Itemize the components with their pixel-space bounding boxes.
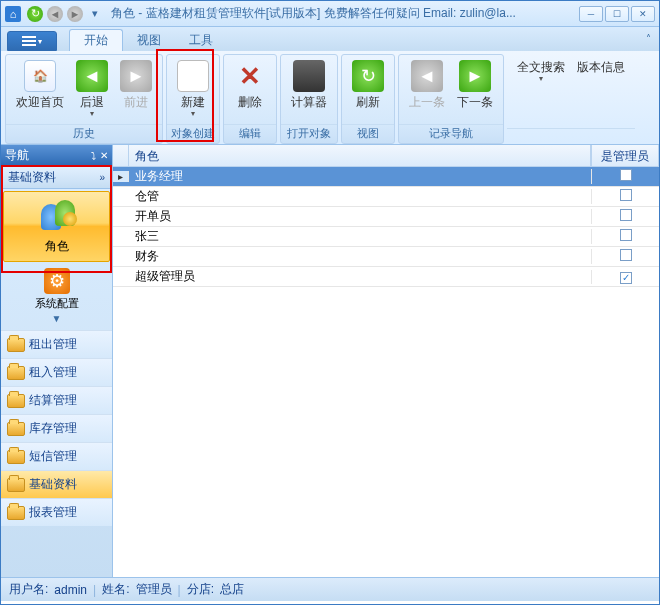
welcome-label: 欢迎首页 — [16, 94, 64, 111]
nav-pin-icon[interactable]: ⤵ — [91, 150, 96, 161]
table-row[interactable]: 开单员 — [113, 207, 659, 227]
grid-body[interactable]: ▸业务经理仓管开单员张三财务超级管理员✓ — [113, 167, 659, 577]
delete-label: 删除 — [238, 94, 262, 111]
nav-category-label: 租入管理 — [29, 364, 77, 381]
ribbon-group-create: 新建▾ 对象创建 — [166, 54, 220, 144]
delete-button[interactable]: ✕删除 — [228, 57, 272, 122]
qat-next-icon[interactable]: ► — [67, 6, 83, 22]
scroll-down-icon[interactable]: ▼ — [1, 313, 112, 324]
checkbox[interactable]: ✓ — [620, 272, 632, 284]
grid-indicator-header — [113, 145, 129, 166]
qat-prev-icon[interactable]: ◄ — [47, 6, 63, 22]
nav-section-label: 基础资料 — [8, 169, 56, 186]
group-create-caption: 对象创建 — [167, 124, 219, 143]
nav-category-item[interactable]: 短信管理 — [1, 442, 112, 470]
cell-role: 仓管 — [129, 188, 591, 205]
nav-category-item[interactable]: 结算管理 — [1, 386, 112, 414]
table-row[interactable]: 超级管理员✓ — [113, 267, 659, 287]
table-row[interactable]: 财务 — [113, 247, 659, 267]
group-history-caption: 历史 — [6, 124, 162, 143]
separator: | — [93, 583, 96, 597]
ribbon-group-fulltext: 全文搜索▾ 版本信息 — [507, 54, 635, 144]
prev-label: 上一条 — [409, 94, 445, 111]
group-edit-caption: 编辑 — [224, 124, 276, 143]
ribbon-group-history: 🏠欢迎首页 ◄后退▾ ►前进 历史 — [5, 54, 163, 144]
status-branch-value: 总店 — [220, 581, 244, 598]
nav-item-role-label: 角色 — [4, 238, 109, 255]
status-user-label: 用户名: — [9, 581, 48, 598]
folder-icon — [7, 338, 25, 352]
fulltext-button[interactable]: 全文搜索▾ — [511, 56, 571, 126]
refresh-icon: ↻ — [352, 60, 384, 92]
checkbox[interactable] — [620, 169, 632, 181]
home-icon[interactable]: ⌂ — [5, 6, 21, 22]
forward-button[interactable]: ►前进 — [114, 57, 158, 122]
ribbon: 🏠欢迎首页 ◄后退▾ ►前进 历史 新建▾ 对象创建 ✕删除 编辑 计算器 打开… — [1, 51, 659, 145]
grid-header: 角色 是管理员 — [113, 145, 659, 167]
maximize-button[interactable]: ☐ — [605, 6, 629, 22]
version-label: 版本信息 — [577, 59, 625, 76]
minimize-button[interactable]: ─ — [579, 6, 603, 22]
welcome-button[interactable]: 🏠欢迎首页 — [10, 57, 70, 122]
table-row[interactable]: 仓管 — [113, 187, 659, 207]
qat-dropdown-icon[interactable]: ▾ — [87, 6, 103, 22]
cell-admin — [591, 229, 659, 244]
cell-admin — [591, 249, 659, 264]
chevron-icon: » — [99, 172, 105, 183]
ribbon-group-recnav: ◄上一条 ►下一条 记录导航 — [398, 54, 504, 144]
tab-tools[interactable]: 工具 — [175, 29, 227, 51]
nav-section-header[interactable]: 基础资料 » — [1, 165, 112, 189]
prev-record-button[interactable]: ◄上一条 — [403, 57, 451, 122]
delete-x-icon: ✕ — [234, 60, 266, 92]
people-icon — [37, 198, 77, 234]
nav-close-icon[interactable]: ✕ — [100, 150, 108, 161]
window-title: 角色 - 蓝格建材租赁管理软件[试用版本] 免费解答任何疑问 Email: zu… — [111, 5, 579, 22]
nav-category-item[interactable]: 库存管理 — [1, 414, 112, 442]
folder-icon — [7, 394, 25, 408]
tab-view-label: 视图 — [137, 32, 161, 49]
checkbox[interactable] — [620, 209, 632, 221]
ribbon-collapse-icon[interactable]: ˄ — [646, 33, 651, 44]
col-role-header[interactable]: 角色 — [129, 145, 591, 166]
nav-item-sysconfig[interactable]: ⚙ 系统配置 ▼ — [1, 264, 112, 328]
chevron-down-icon: ▾ — [539, 74, 543, 83]
version-button[interactable]: 版本信息 — [571, 56, 631, 126]
forward-label: 前进 — [124, 94, 148, 111]
checkbox[interactable] — [620, 189, 632, 201]
nav-category-item[interactable]: 租出管理 — [1, 330, 112, 358]
back-button[interactable]: ◄后退▾ — [70, 57, 114, 122]
nav-panel: 导航 ⤵✕ 基础资料 » 角色 ⚙ 系统配置 ▼ 租出管理租入管理结算管理库存管… — [1, 145, 113, 577]
table-row[interactable]: 张三 — [113, 227, 659, 247]
grid: 角色 是管理员 ▸业务经理仓管开单员张三财务超级管理员✓ — [113, 145, 659, 577]
qat-refresh-icon[interactable]: ↻ — [27, 6, 43, 22]
nav-category-item[interactable]: 报表管理 — [1, 498, 112, 526]
nav-category-item[interactable]: 基础资料 — [1, 470, 112, 498]
status-name-value: 管理员 — [136, 581, 172, 598]
checkbox[interactable] — [620, 249, 632, 261]
nav-category-item[interactable]: 租入管理 — [1, 358, 112, 386]
folder-icon — [7, 506, 25, 520]
group-misc-caption — [507, 128, 635, 144]
nav-category-list: 租出管理租入管理结算管理库存管理短信管理基础资料报表管理 — [1, 330, 112, 526]
table-row[interactable]: ▸业务经理 — [113, 167, 659, 187]
tab-start[interactable]: 开始 — [69, 29, 123, 51]
col-admin-header[interactable]: 是管理员 — [591, 145, 659, 166]
chevron-down-icon: ▾ — [90, 109, 94, 118]
next-record-button[interactable]: ►下一条 — [451, 57, 499, 122]
nav-category-label: 租出管理 — [29, 336, 77, 353]
app-menu-button[interactable]: ▾ — [7, 31, 57, 51]
tab-view[interactable]: 视图 — [123, 29, 175, 51]
statusbar: 用户名: admin | 姓名: 管理员 | 分店: 总店 — [1, 577, 659, 601]
group-view-caption: 视图 — [342, 124, 394, 143]
calculator-label: 计算器 — [291, 94, 327, 111]
refresh-button[interactable]: ↻刷新 — [346, 57, 390, 122]
group-recnav-caption: 记录导航 — [399, 124, 503, 143]
new-button[interactable]: 新建▾ — [171, 57, 215, 122]
checkbox[interactable] — [620, 229, 632, 241]
calculator-button[interactable]: 计算器 — [285, 57, 333, 122]
nav-item-role[interactable]: 角色 — [3, 191, 110, 262]
folder-icon — [7, 478, 25, 492]
cell-role: 超级管理员 — [129, 268, 591, 285]
close-button[interactable]: ✕ — [631, 6, 655, 22]
cell-admin — [591, 189, 659, 204]
